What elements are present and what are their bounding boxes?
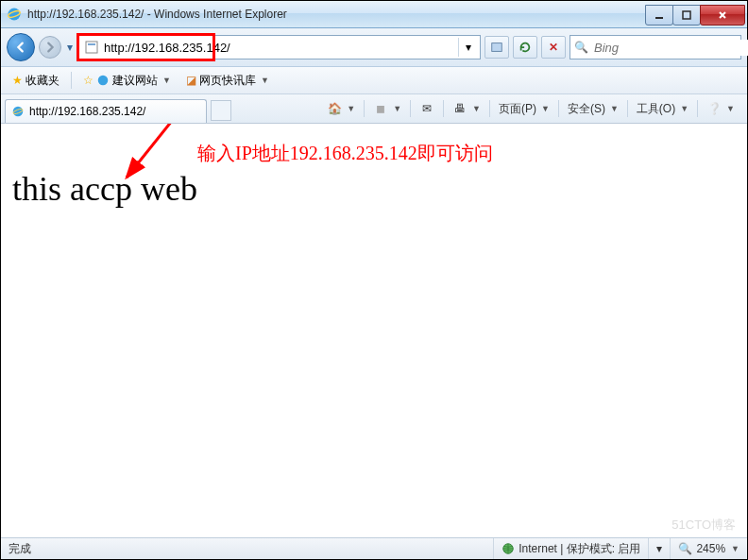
favorites-label: 收藏夹 xyxy=(26,73,60,89)
safety-menu-label: 安全(S) xyxy=(568,101,605,117)
suggested-sites-label: 建议网站 xyxy=(112,73,158,89)
refresh-button[interactable] xyxy=(513,36,537,59)
address-dropdown[interactable]: ▾ xyxy=(458,38,478,57)
tools-menu[interactable]: 工具(O)▼ xyxy=(632,99,693,119)
help-icon: ❔ xyxy=(706,101,722,116)
status-bar: 完成 Internet | 保护模式: 启用 ▾ 🔍 245% ▼ xyxy=(1,537,747,559)
favorites-bar: ★ 收藏夹 ☆ 建议网站 ▼ ◪ 网页快讯库 ▼ xyxy=(1,67,747,94)
zoom-icon: 🔍 xyxy=(678,542,692,555)
command-bar: 🏠▼ ◼▼ ✉ 🖶▼ 页面(P)▼ 安全(S)▼ 工具(O)▼ ❔▼ xyxy=(322,94,743,123)
zone-label: Internet | 保护模式: 启用 xyxy=(518,541,640,557)
window-buttons xyxy=(646,5,745,24)
zoom-value: 245% xyxy=(696,542,725,555)
svg-rect-6 xyxy=(492,43,502,52)
nav-history-dropdown[interactable]: ▾ xyxy=(65,41,75,54)
mail-icon: ✉ xyxy=(419,101,434,116)
stop-button[interactable]: ✕ xyxy=(541,36,566,59)
maximize-button[interactable] xyxy=(672,5,701,25)
tools-menu-label: 工具(O) xyxy=(637,101,675,117)
mode-dropdown-icon: ▾ xyxy=(656,542,662,555)
page-menu-label: 页面(P) xyxy=(499,101,536,117)
globe-icon xyxy=(502,542,515,555)
security-zone[interactable]: Internet | 保护模式: 启用 xyxy=(493,538,648,559)
tab-active[interactable]: http://192.168.235.142/ xyxy=(5,99,207,123)
page-icon xyxy=(84,40,99,55)
tab-label: http://192.168.235.142/ xyxy=(29,105,200,118)
ie-small-icon xyxy=(96,74,110,87)
search-input[interactable] xyxy=(592,40,748,56)
page-content: 输入IP地址192.168.235.142即可访问 this accp web … xyxy=(1,124,747,537)
suggested-sites-button[interactable]: ☆ 建议网站 ▼ xyxy=(77,71,177,91)
back-button[interactable] xyxy=(7,33,35,61)
navigation-bar: ▾ ▾ ✕ 🔍 🔍 xyxy=(1,28,747,67)
forward-button[interactable] xyxy=(39,36,61,59)
ie-small-icon xyxy=(11,105,25,118)
protected-mode-toggle[interactable]: ▾ xyxy=(648,538,670,559)
slice-icon: ◪ xyxy=(186,74,196,87)
read-mail-button[interactable]: ✉ xyxy=(415,99,439,118)
new-tab-button[interactable] xyxy=(211,100,231,121)
chevron-down-icon: ▼ xyxy=(731,544,740,553)
svg-rect-5 xyxy=(88,43,95,45)
web-slice-label: 网页快讯库 xyxy=(199,73,256,89)
feeds-button[interactable]: ◼▼ xyxy=(368,99,406,118)
svg-point-7 xyxy=(98,76,109,86)
page-menu[interactable]: 页面(P)▼ xyxy=(494,99,554,119)
home-icon: 🏠 xyxy=(327,101,342,116)
svg-rect-3 xyxy=(683,11,690,19)
ie-logo-icon xyxy=(7,7,22,22)
star-icon: ☆ xyxy=(83,74,94,87)
star-icon: ★ xyxy=(12,74,23,87)
address-input[interactable] xyxy=(102,40,458,56)
chevron-down-icon: ▼ xyxy=(261,76,269,85)
titlebar: http://192.168.235.142/ - Windows Intern… xyxy=(1,1,747,28)
page-body-text: this accp web xyxy=(12,169,197,209)
svg-rect-2 xyxy=(655,17,663,19)
status-text: 完成 xyxy=(1,541,39,557)
print-button[interactable]: 🖶▼ xyxy=(448,99,485,118)
search-icon: 🔍 xyxy=(574,41,588,54)
help-button[interactable]: ❔▼ xyxy=(702,99,740,118)
window-title: http://192.168.235.142/ - Windows Intern… xyxy=(27,8,646,21)
minimize-button[interactable] xyxy=(645,5,673,25)
separator xyxy=(71,72,72,89)
safety-menu[interactable]: 安全(S)▼ xyxy=(563,99,623,119)
favorites-button[interactable]: ★ 收藏夹 xyxy=(7,71,65,91)
chevron-down-icon: ▼ xyxy=(162,76,171,85)
svg-rect-4 xyxy=(86,42,97,53)
home-button[interactable]: 🏠▼ xyxy=(322,99,360,118)
zoom-control[interactable]: 🔍 245% ▼ xyxy=(670,538,747,559)
search-box[interactable]: 🔍 🔍 xyxy=(570,35,741,59)
rss-icon: ◼ xyxy=(373,101,388,116)
address-bar[interactable]: ▾ xyxy=(78,35,481,59)
tab-bar: http://192.168.235.142/ 🏠▼ ◼▼ ✉ 🖶▼ 页面(P)… xyxy=(1,94,747,124)
watermark: 51CTO博客 xyxy=(672,517,736,534)
print-icon: 🖶 xyxy=(452,101,468,116)
compat-view-button[interactable] xyxy=(484,36,509,59)
annotation-text: 输入IP地址192.168.235.142即可访问 xyxy=(197,141,493,166)
web-slice-button[interactable]: ◪ 网页快讯库 ▼ xyxy=(180,71,275,91)
close-button[interactable] xyxy=(700,5,745,25)
ie-window: http://192.168.235.142/ - Windows Intern… xyxy=(0,0,748,560)
